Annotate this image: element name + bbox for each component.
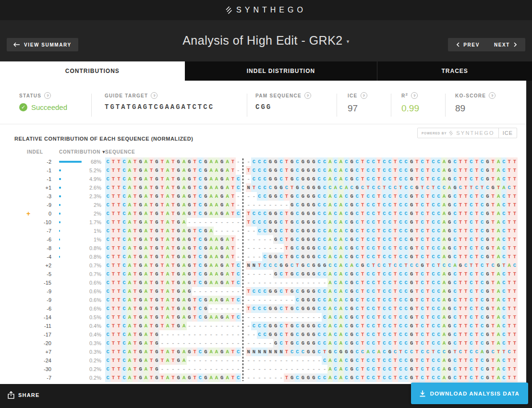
table-row[interactable]: -268%CTTCATGATGTATGAGTCGAAGAT--CCCGGCTGC… <box>0 157 526 166</box>
tab-traces[interactable]: TRACES <box>377 61 532 81</box>
table-row[interactable]: -170.4%CTTCATGATG-----------------CCGGCT… <box>0 330 526 339</box>
base-A: A <box>214 313 219 322</box>
download-analysis-data-button[interactable]: DOWNLOAD ANALYSIS DATA <box>411 383 528 404</box>
tab-indel-distribution[interactable]: INDEL DISTRIBUTION <box>185 61 377 81</box>
sequence-left-of-cut: CTTCATGATGTATGA---------- <box>105 218 241 227</box>
base-A: A <box>225 296 230 304</box>
share-icon <box>8 391 14 399</box>
base-C: C <box>436 313 441 322</box>
base-G: G <box>176 201 181 209</box>
help-icon[interactable]: ? <box>151 92 157 99</box>
tab-bar: CONTRIBUTIONSINDEL DISTRIBUTIONTRACES <box>0 61 532 81</box>
base-T: T <box>490 278 496 287</box>
column-header-contribution[interactable]: CONTRIBUTION▼ <box>59 149 105 155</box>
table-row[interactable]: +02%CTTCATGATGTATGAGTCGAAGATCTCCCGGCTGCG… <box>0 209 526 218</box>
table-row[interactable]: -90.6%CTTCATGATGTATGAGTCGAAGATC---------… <box>0 296 526 304</box>
base-C: C <box>316 322 322 330</box>
vertical-scrollbar[interactable] <box>526 81 532 384</box>
deleted-base: - <box>262 365 267 373</box>
base-A: A <box>496 287 501 296</box>
powered-by-ice-badge[interactable]: POWERED BY SYNTHEGO ICE <box>417 128 517 138</box>
chevron-left-icon <box>457 42 459 47</box>
table-row[interactable]: -240.2%CTTCATGATGTATGA------------------… <box>0 356 526 365</box>
base-G: G <box>447 218 452 227</box>
base-T: T <box>392 304 398 313</box>
table-row[interactable]: +12.6%CTTCATGATGTATGAGTCGAAGATCNTCCCGGCT… <box>0 183 526 192</box>
table-row[interactable]: -80.8%CTTCATGATGTATGAGTCGAAGAT--------TG… <box>0 244 526 252</box>
table-row[interactable]: -92%CTTCATGATGTATGAGTCGAAGAT---------GCG… <box>0 201 526 209</box>
contribution-percent: 0.2% <box>71 356 101 365</box>
base-G: G <box>203 157 208 166</box>
table-row[interactable]: -60.6%CTTCATGATGTATGAGTCG------TCCCGGCTG… <box>0 304 526 313</box>
sequence-right-of-cut: -------TGCGGGCCACACGCTCCTCCTCCGTCTCCAGCT… <box>246 373 518 382</box>
base-T: T <box>116 175 121 183</box>
base-C: C <box>322 209 327 218</box>
base-T: T <box>414 348 420 356</box>
table-row[interactable]: +70.3%CTTCATGATGTATGAGTCGAAGATCNNNNNNNTC… <box>0 348 526 356</box>
base-G: G <box>154 192 159 201</box>
table-row[interactable]: -200.3%CTTCATGATG--------------------GCT… <box>0 339 526 348</box>
base-C: C <box>371 356 376 365</box>
base-T: T <box>463 313 469 322</box>
table-row[interactable]: -70.2%CTTCATGATGTATGAGTCGAAGATC-------TG… <box>0 373 526 382</box>
help-icon[interactable]: ? <box>489 92 496 99</box>
table-row[interactable]: -32.3%CTTCATGATGTATGAGTCGAAGAT---CCGGCTG… <box>0 192 526 201</box>
base-G: G <box>305 270 311 278</box>
base-G: G <box>267 322 273 330</box>
share-button[interactable]: SHARE <box>5 391 43 399</box>
base-C: C <box>479 270 484 278</box>
base-C: C <box>365 296 371 304</box>
base-A: A <box>165 313 170 322</box>
base-T: T <box>414 227 420 235</box>
table-row[interactable]: -140.5%CTTCATGATGTATGAGTCGAAGATC--------… <box>0 313 526 322</box>
table-row[interactable]: -50.7%CTTCATGATGTATGAGTCGAAGATC-----GCTG… <box>0 270 526 278</box>
help-icon[interactable]: ? <box>361 92 367 99</box>
base-G: G <box>187 166 192 175</box>
base-T: T <box>376 166 382 175</box>
table-row[interactable]: -90.6%CTTCATGATGTATGAG---------TCCCGGCTG… <box>0 287 526 296</box>
base-A: A <box>181 175 186 183</box>
base-T: T <box>458 296 463 304</box>
base-T: T <box>512 339 517 348</box>
base-C: C <box>333 304 338 313</box>
prev-button[interactable]: PREV <box>454 42 483 48</box>
table-row[interactable]: -14.9%CTTCATGATGTATGAGTCGAAGATC-CCCGGCTG… <box>0 175 526 183</box>
tab-contributions[interactable]: CONTRIBUTIONS <box>0 61 185 81</box>
base-G: G <box>300 235 305 244</box>
base-C: C <box>322 373 327 382</box>
base-C: C <box>382 201 387 209</box>
base-A: A <box>127 356 132 365</box>
base-T: T <box>507 270 512 278</box>
table-row[interactable]: +20.7%CTTCATGATGTATGAGTCGAAGATCNNTCCCGGC… <box>0 261 526 270</box>
base-A: A <box>165 235 170 244</box>
table-row[interactable]: -101.7%CTTCATGATGTATGA----------TCCCGGCT… <box>0 218 526 227</box>
base-G: G <box>349 313 354 322</box>
help-icon[interactable]: ? <box>44 92 51 99</box>
help-icon[interactable]: ? <box>411 92 418 99</box>
table-row[interactable]: -71%CTTCATGATGTATGAGTCGA-------CCGGCTGCG… <box>0 227 526 235</box>
table-row[interactable]: -61%CTTCATGATGTATGAGTCGAAGAT------GCTGCG… <box>0 235 526 244</box>
base-C: C <box>105 322 110 330</box>
base-C: C <box>463 261 469 270</box>
deleted-base: - <box>300 356 305 365</box>
table-row[interactable]: -15.2%CTTCATGATGTATGAGTCGAAGAT-TCCCGGCTG… <box>0 166 526 175</box>
table-row[interactable]: -40.8%CTTCATGATGTATGAGTCGAAGAT----CGGCTG… <box>0 252 526 261</box>
deleted-base: - <box>295 313 300 322</box>
base-G: G <box>349 304 354 313</box>
table-row[interactable]: -110.4%CTTCATGATGTATGA-----------CCCGGCT… <box>0 322 526 330</box>
table-row[interactable]: -300.2%CTTCATGATG-----------------------… <box>0 365 526 373</box>
next-button[interactable]: NEXT <box>491 42 520 48</box>
base-G: G <box>409 278 414 287</box>
help-icon[interactable]: ? <box>304 92 311 99</box>
base-C: C <box>262 322 267 330</box>
base-T: T <box>192 278 197 287</box>
base-T: T <box>360 235 365 244</box>
base-T: T <box>230 209 235 218</box>
base-T: T <box>360 166 365 175</box>
table-row[interactable]: -150.6%CTTCATGATGTATGAGTCGAAGATC--------… <box>0 278 526 287</box>
base-G: G <box>138 348 143 356</box>
base-T: T <box>230 296 235 304</box>
base-A: A <box>143 252 148 261</box>
base-A: A <box>441 373 447 382</box>
base-G: G <box>305 227 311 235</box>
